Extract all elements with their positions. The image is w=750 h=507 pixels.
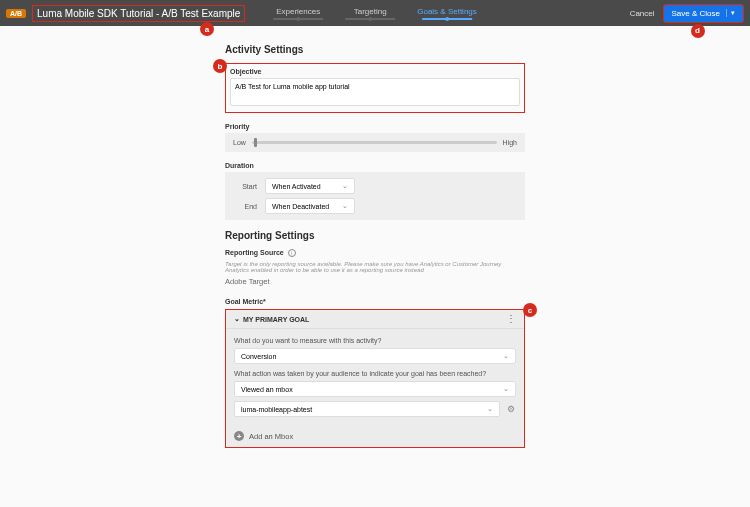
main-content: Activity Settings Objective b Priority L… xyxy=(0,26,750,448)
objective-label: Objective xyxy=(230,68,520,75)
priority-label: Priority xyxy=(225,123,525,130)
reporting-source-help: Target is the only reporting source avai… xyxy=(225,261,525,273)
start-label: Start xyxy=(233,183,257,190)
action-select[interactable]: Viewed an mbox⌄ xyxy=(234,381,516,397)
callout-c: c xyxy=(523,303,537,317)
reporting-source-label: Reporting Source xyxy=(225,249,284,256)
primary-goal-title[interactable]: ⌄ MY PRIMARY GOAL xyxy=(234,315,309,323)
ab-badge: A/B xyxy=(6,9,26,18)
goal-metric-block: ⌄ MY PRIMARY GOAL ⋮ What do you want to … xyxy=(225,309,525,448)
duration-label: Duration xyxy=(225,162,525,169)
goal-metric-label: Goal Metric* xyxy=(225,298,525,305)
info-icon[interactable]: i xyxy=(288,249,296,257)
chevron-down-icon: ⌄ xyxy=(503,352,509,360)
chevron-down-icon[interactable]: ▾ xyxy=(726,9,735,17)
end-select[interactable]: When Deactivated⌄ xyxy=(265,198,355,214)
priority-slider[interactable] xyxy=(252,141,497,144)
end-label: End xyxy=(233,203,257,210)
save-close-button[interactable]: Save & Close▾ xyxy=(663,4,744,23)
priority-slider-row: Low High xyxy=(225,133,525,152)
chevron-down-icon: ⌄ xyxy=(487,405,493,413)
step-experiences[interactable]: Experiences xyxy=(273,7,323,20)
objective-textarea[interactable] xyxy=(230,78,520,106)
chevron-down-icon: ⌄ xyxy=(234,315,240,323)
chevron-down-icon: ⌄ xyxy=(503,385,509,393)
add-mbox-button[interactable]: + Add an Mbox xyxy=(226,425,524,447)
chevron-down-icon: ⌄ xyxy=(342,202,348,210)
more-icon[interactable]: ⋮ xyxy=(506,316,516,322)
reporting-source-value: Adobe Target xyxy=(225,277,525,286)
goal-question-measure: What do you want to measure with this ac… xyxy=(234,337,516,344)
callout-b: b xyxy=(213,59,227,73)
priority-low: Low xyxy=(233,139,246,146)
goal-question-action: What action was taken by your audience t… xyxy=(234,370,516,377)
mbox-select[interactable]: luma-mobileapp-abtest⌄ xyxy=(234,401,500,417)
duration-box: Start When Activated⌄ End When Deactivat… xyxy=(225,172,525,220)
chevron-down-icon: ⌄ xyxy=(342,182,348,190)
activity-settings-heading: Activity Settings xyxy=(225,44,525,55)
step-targeting[interactable]: Targeting xyxy=(345,7,395,20)
plus-icon: + xyxy=(234,431,244,441)
step-goals-settings[interactable]: Goals & Settings xyxy=(417,7,477,20)
reporting-settings-heading: Reporting Settings xyxy=(225,230,525,241)
callout-d: d xyxy=(691,24,705,38)
callout-a: a xyxy=(200,22,214,36)
objective-block: Objective xyxy=(225,63,525,113)
start-select[interactable]: When Activated⌄ xyxy=(265,178,355,194)
cancel-link[interactable]: Cancel xyxy=(630,9,655,18)
priority-high: High xyxy=(503,139,517,146)
gear-icon[interactable]: ⚙ xyxy=(506,404,516,414)
stepper: Experiences Targeting Goals & Settings xyxy=(273,0,477,26)
measure-select[interactable]: Conversion⌄ xyxy=(234,348,516,364)
app-header: A/B Luma Mobile SDK Tutorial - A/B Test … xyxy=(0,0,750,26)
activity-title[interactable]: Luma Mobile SDK Tutorial - A/B Test Exam… xyxy=(32,5,245,22)
